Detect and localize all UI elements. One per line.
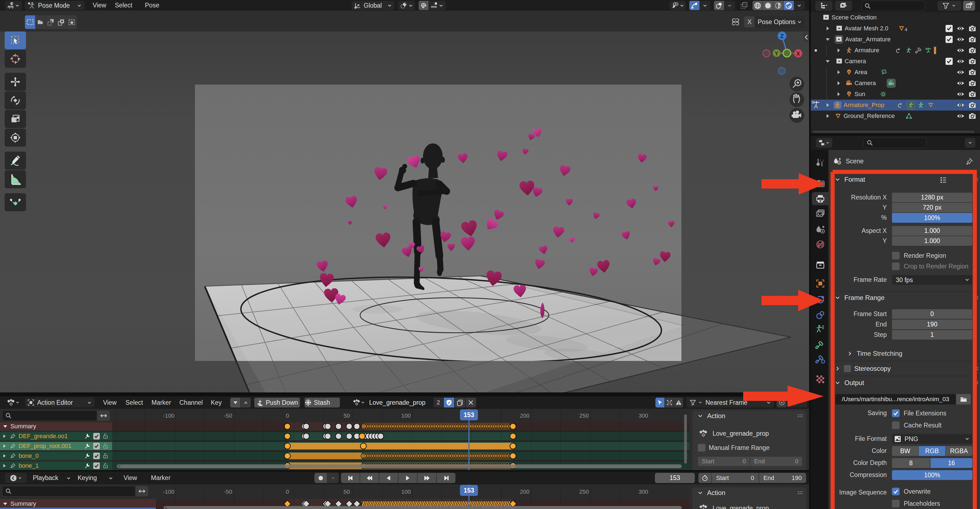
- svg-text:X: X: [796, 51, 800, 57]
- svg-text:Z: Z: [780, 33, 784, 39]
- svg-text:Y: Y: [775, 50, 778, 56]
